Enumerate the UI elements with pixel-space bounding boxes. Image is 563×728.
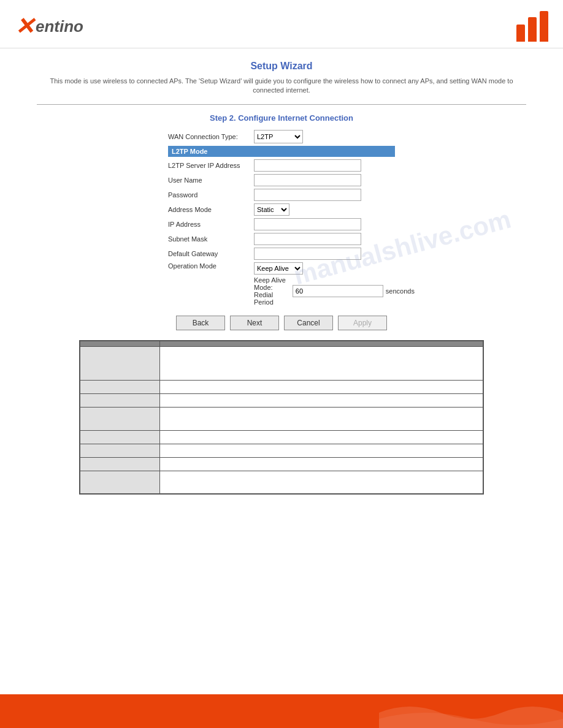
keepalive-unit: senconds — [386, 287, 415, 295]
page-title: Setup Wizard — [37, 61, 526, 72]
table-row — [80, 393, 483, 407]
operation-mode-control: Keep Alive Connect on Demand Manual Keep… — [254, 262, 415, 306]
table-cell-label — [80, 407, 159, 430]
ip-address-control — [254, 218, 395, 230]
wan-type-label: WAN Connection Type: — [168, 133, 254, 140]
table-row — [80, 457, 483, 471]
bar-1 — [516, 25, 525, 42]
l2tp-server-input[interactable] — [254, 159, 361, 172]
logo-text: entino — [36, 18, 83, 34]
button-row: Back Next Cancel Apply — [37, 316, 526, 330]
keepalive-mode-text: Keep Alive Mode: Redial Period — [254, 276, 290, 306]
main-content: Setup Wizard This mode is use wireless t… — [0, 48, 563, 507]
password-label: Password — [168, 191, 254, 199]
table-cell-label — [80, 393, 159, 407]
password-control — [254, 189, 395, 201]
username-control — [254, 174, 395, 186]
back-button[interactable]: Back — [176, 316, 225, 330]
ip-address-label: IP Address — [168, 221, 254, 228]
keepalive-period-input[interactable] — [293, 285, 383, 297]
table-row — [80, 471, 483, 494]
address-mode-label: Address Mode — [168, 206, 254, 213]
username-input[interactable] — [254, 174, 361, 186]
logo: ✕ entino — [15, 15, 83, 38]
next-button[interactable]: Next — [230, 316, 279, 330]
operation-mode-row: Operation Mode Keep Alive Connect on Dem… — [168, 262, 395, 306]
default-gateway-row: Default Gateway — [168, 248, 395, 260]
l2tp-server-label: L2TP Server IP Address — [168, 162, 254, 169]
ip-address-row: IP Address — [168, 218, 395, 230]
table-cell-value — [159, 444, 483, 457]
cancel-button[interactable]: Cancel — [284, 316, 333, 330]
subnet-mask-control — [254, 233, 395, 245]
footer-wave-icon — [379, 694, 563, 728]
default-gateway-input[interactable] — [254, 248, 361, 260]
username-row: User Name — [168, 174, 395, 186]
subnet-mask-label: Subnet Mask — [168, 235, 254, 243]
table-cell-label — [80, 471, 159, 494]
apply-button[interactable]: Apply — [338, 316, 387, 330]
subnet-mask-row: Subnet Mask — [168, 233, 395, 245]
table-cell-value — [159, 393, 483, 407]
table-cell-label — [80, 346, 159, 380]
table-row — [80, 380, 483, 393]
table-row — [80, 346, 483, 380]
header: ✕ entino — [0, 0, 563, 48]
lower-table-col2-header — [159, 341, 483, 347]
wan-type-control: L2TP PPPoE DHCP Static — [254, 130, 395, 143]
table-row — [80, 407, 483, 430]
table-row — [80, 444, 483, 457]
table-cell-value — [159, 457, 483, 471]
table-cell-label — [80, 444, 159, 457]
wan-type-row: WAN Connection Type: L2TP PPPoE DHCP Sta… — [168, 130, 395, 143]
operation-mode-label: Operation Mode — [168, 262, 254, 270]
table-cell-label — [80, 430, 159, 444]
default-gateway-label: Default Gateway — [168, 250, 254, 257]
header-decoration — [516, 11, 548, 42]
l2tp-mode-header: L2TP Mode — [168, 146, 395, 157]
address-mode-control: Static Dynamic — [254, 203, 395, 216]
lower-table-col1-header — [80, 341, 159, 347]
ip-address-input[interactable] — [254, 218, 361, 230]
lower-table — [79, 340, 484, 495]
password-input[interactable] — [254, 189, 361, 201]
username-label: User Name — [168, 176, 254, 184]
table-cell-value — [159, 407, 483, 430]
l2tp-server-control — [254, 159, 395, 172]
address-mode-select[interactable]: Static Dynamic — [254, 203, 289, 216]
table-cell-label — [80, 380, 159, 393]
address-mode-row: Address Mode Static Dynamic — [168, 203, 395, 216]
password-row: Password — [168, 189, 395, 201]
divider — [37, 104, 526, 105]
table-row — [80, 430, 483, 444]
footer — [0, 694, 563, 728]
page-description: This mode is use wireless to connected A… — [37, 77, 526, 96]
table-cell-value — [159, 471, 483, 494]
form-container: WAN Connection Type: L2TP PPPoE DHCP Sta… — [168, 130, 395, 306]
table-cell-value — [159, 380, 483, 393]
default-gateway-control — [254, 248, 395, 260]
table-cell-value — [159, 346, 483, 380]
wan-type-select[interactable]: L2TP PPPoE DHCP Static — [254, 130, 303, 143]
table-cell-value — [159, 430, 483, 444]
bar-3 — [540, 11, 548, 42]
table-cell-label — [80, 457, 159, 471]
keepalive-mode-select[interactable]: Keep Alive Connect on Demand Manual — [254, 262, 303, 275]
bar-2 — [528, 17, 537, 42]
subnet-mask-input[interactable] — [254, 233, 361, 245]
keepalive-desc: Keep Alive Mode: Redial Period senconds — [254, 276, 415, 306]
logo-x-icon: ✕ — [15, 15, 34, 38]
step-title: Step 2. Configure Internet Connection — [37, 113, 526, 123]
l2tp-server-row: L2TP Server IP Address — [168, 159, 395, 172]
